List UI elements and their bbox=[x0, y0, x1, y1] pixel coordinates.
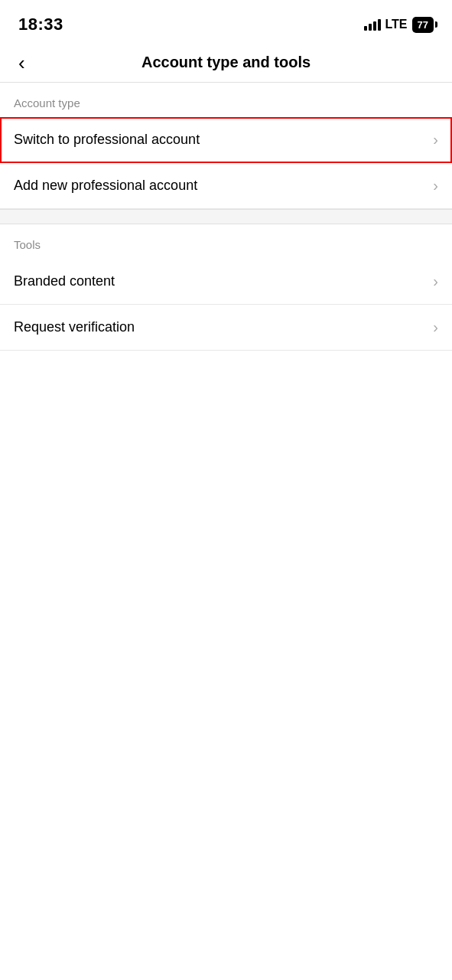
add-professional-label: Add new professional account bbox=[14, 178, 197, 194]
switch-professional-item[interactable]: Switch to professional account › bbox=[0, 117, 452, 163]
tools-menu: Branded content › Request verification › bbox=[0, 259, 452, 351]
signal-bar-3 bbox=[373, 21, 376, 31]
switch-professional-label: Switch to professional account bbox=[14, 132, 200, 148]
chevron-icon-branded: › bbox=[433, 273, 438, 290]
header: ‹ Account type and tools bbox=[0, 46, 452, 83]
back-button[interactable]: ‹ bbox=[12, 50, 31, 76]
request-verification-label: Request verification bbox=[14, 319, 135, 335]
status-bar: 18:33 LTE 77 bbox=[0, 0, 452, 46]
add-professional-item[interactable]: Add new professional account › bbox=[0, 163, 452, 209]
chevron-icon-add: › bbox=[433, 177, 438, 194]
section-divider bbox=[0, 209, 452, 224]
request-verification-item[interactable]: Request verification › bbox=[0, 305, 452, 351]
chevron-icon-verification: › bbox=[433, 318, 438, 336]
lte-label: LTE bbox=[385, 18, 408, 31]
signal-bar-4 bbox=[378, 19, 381, 31]
battery: 77 bbox=[412, 17, 434, 33]
status-time: 18:33 bbox=[18, 15, 63, 34]
signal-bar-1 bbox=[364, 26, 367, 31]
header-title: Account type and tools bbox=[141, 54, 311, 71]
signal-bars bbox=[364, 19, 381, 31]
tools-label: Tools bbox=[0, 224, 452, 259]
branded-content-label: Branded content bbox=[14, 273, 115, 289]
tools-section: Tools Branded content › Request verifica… bbox=[0, 224, 452, 351]
account-type-section: Account type Switch to professional acco… bbox=[0, 83, 452, 209]
battery-container: 77 bbox=[412, 17, 434, 33]
status-right: LTE 77 bbox=[364, 17, 434, 33]
chevron-icon-switch: › bbox=[433, 131, 438, 149]
account-type-menu: Switch to professional account › Add new… bbox=[0, 117, 452, 209]
signal-bar-2 bbox=[369, 24, 372, 31]
account-type-label: Account type bbox=[0, 83, 452, 117]
branded-content-item[interactable]: Branded content › bbox=[0, 259, 452, 305]
